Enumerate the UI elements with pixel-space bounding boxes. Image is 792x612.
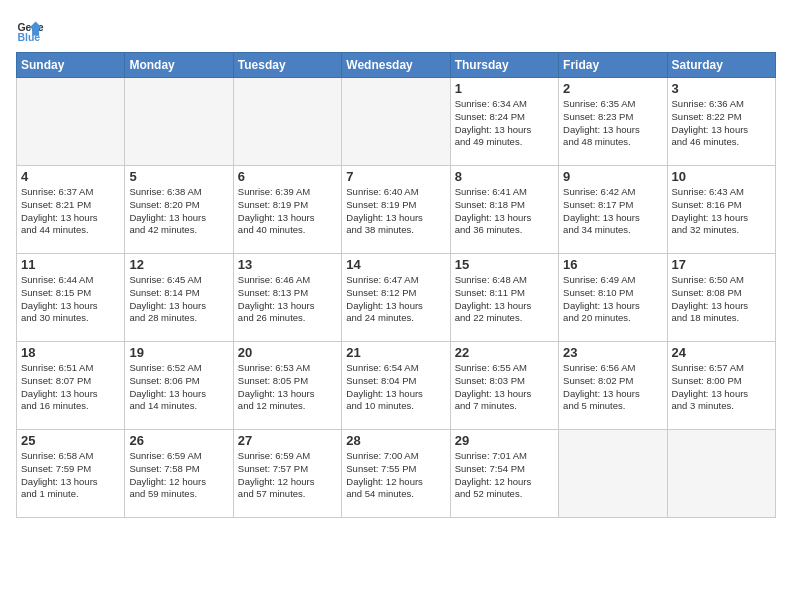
day-info: Sunrise: 6:54 AMSunset: 8:04 PMDaylight:… (346, 362, 445, 413)
day-info: Sunrise: 7:00 AMSunset: 7:55 PMDaylight:… (346, 450, 445, 501)
calendar-cell: 17Sunrise: 6:50 AMSunset: 8:08 PMDayligh… (667, 254, 775, 342)
calendar-cell: 11Sunrise: 6:44 AMSunset: 8:15 PMDayligh… (17, 254, 125, 342)
week-row-1: 1Sunrise: 6:34 AMSunset: 8:24 PMDaylight… (17, 78, 776, 166)
page-header: General Blue (16, 16, 776, 44)
calendar-cell: 28Sunrise: 7:00 AMSunset: 7:55 PMDayligh… (342, 430, 450, 518)
day-info: Sunrise: 6:51 AMSunset: 8:07 PMDaylight:… (21, 362, 120, 413)
day-info: Sunrise: 6:37 AMSunset: 8:21 PMDaylight:… (21, 186, 120, 237)
calendar-cell: 29Sunrise: 7:01 AMSunset: 7:54 PMDayligh… (450, 430, 558, 518)
calendar-cell: 14Sunrise: 6:47 AMSunset: 8:12 PMDayligh… (342, 254, 450, 342)
day-info: Sunrise: 6:55 AMSunset: 8:03 PMDaylight:… (455, 362, 554, 413)
calendar-cell: 23Sunrise: 6:56 AMSunset: 8:02 PMDayligh… (559, 342, 667, 430)
day-number: 3 (672, 81, 771, 96)
day-info: Sunrise: 6:47 AMSunset: 8:12 PMDaylight:… (346, 274, 445, 325)
day-header-sunday: Sunday (17, 53, 125, 78)
day-info: Sunrise: 6:42 AMSunset: 8:17 PMDaylight:… (563, 186, 662, 237)
calendar-cell: 20Sunrise: 6:53 AMSunset: 8:05 PMDayligh… (233, 342, 341, 430)
day-info: Sunrise: 6:48 AMSunset: 8:11 PMDaylight:… (455, 274, 554, 325)
calendar-cell: 10Sunrise: 6:43 AMSunset: 8:16 PMDayligh… (667, 166, 775, 254)
day-info: Sunrise: 6:58 AMSunset: 7:59 PMDaylight:… (21, 450, 120, 501)
day-number: 6 (238, 169, 337, 184)
calendar-cell: 9Sunrise: 6:42 AMSunset: 8:17 PMDaylight… (559, 166, 667, 254)
day-header-monday: Monday (125, 53, 233, 78)
calendar-cell: 7Sunrise: 6:40 AMSunset: 8:19 PMDaylight… (342, 166, 450, 254)
calendar-cell: 19Sunrise: 6:52 AMSunset: 8:06 PMDayligh… (125, 342, 233, 430)
day-info: Sunrise: 6:59 AMSunset: 7:57 PMDaylight:… (238, 450, 337, 501)
day-number: 19 (129, 345, 228, 360)
day-number: 18 (21, 345, 120, 360)
calendar-cell: 26Sunrise: 6:59 AMSunset: 7:58 PMDayligh… (125, 430, 233, 518)
day-number: 10 (672, 169, 771, 184)
calendar-cell: 2Sunrise: 6:35 AMSunset: 8:23 PMDaylight… (559, 78, 667, 166)
day-info: Sunrise: 6:45 AMSunset: 8:14 PMDaylight:… (129, 274, 228, 325)
day-info: Sunrise: 6:50 AMSunset: 8:08 PMDaylight:… (672, 274, 771, 325)
day-number: 28 (346, 433, 445, 448)
calendar-cell: 16Sunrise: 6:49 AMSunset: 8:10 PMDayligh… (559, 254, 667, 342)
day-header-tuesday: Tuesday (233, 53, 341, 78)
logo: General Blue (16, 16, 48, 44)
day-info: Sunrise: 6:53 AMSunset: 8:05 PMDaylight:… (238, 362, 337, 413)
day-header-wednesday: Wednesday (342, 53, 450, 78)
calendar-cell (233, 78, 341, 166)
day-number: 25 (21, 433, 120, 448)
calendar-cell (125, 78, 233, 166)
calendar-cell: 21Sunrise: 6:54 AMSunset: 8:04 PMDayligh… (342, 342, 450, 430)
day-number: 14 (346, 257, 445, 272)
day-header-friday: Friday (559, 53, 667, 78)
day-info: Sunrise: 6:40 AMSunset: 8:19 PMDaylight:… (346, 186, 445, 237)
day-number: 9 (563, 169, 662, 184)
day-header-thursday: Thursday (450, 53, 558, 78)
calendar-cell: 18Sunrise: 6:51 AMSunset: 8:07 PMDayligh… (17, 342, 125, 430)
day-number: 11 (21, 257, 120, 272)
day-number: 8 (455, 169, 554, 184)
day-info: Sunrise: 6:56 AMSunset: 8:02 PMDaylight:… (563, 362, 662, 413)
calendar-cell: 8Sunrise: 6:41 AMSunset: 8:18 PMDaylight… (450, 166, 558, 254)
calendar-cell: 13Sunrise: 6:46 AMSunset: 8:13 PMDayligh… (233, 254, 341, 342)
day-info: Sunrise: 6:49 AMSunset: 8:10 PMDaylight:… (563, 274, 662, 325)
day-info: Sunrise: 6:36 AMSunset: 8:22 PMDaylight:… (672, 98, 771, 149)
calendar-cell: 3Sunrise: 6:36 AMSunset: 8:22 PMDaylight… (667, 78, 775, 166)
day-number: 29 (455, 433, 554, 448)
day-info: Sunrise: 6:39 AMSunset: 8:19 PMDaylight:… (238, 186, 337, 237)
day-number: 1 (455, 81, 554, 96)
day-number: 17 (672, 257, 771, 272)
week-row-4: 18Sunrise: 6:51 AMSunset: 8:07 PMDayligh… (17, 342, 776, 430)
day-number: 23 (563, 345, 662, 360)
calendar-table: SundayMondayTuesdayWednesdayThursdayFrid… (16, 52, 776, 518)
day-info: Sunrise: 6:59 AMSunset: 7:58 PMDaylight:… (129, 450, 228, 501)
day-info: Sunrise: 6:35 AMSunset: 8:23 PMDaylight:… (563, 98, 662, 149)
week-row-2: 4Sunrise: 6:37 AMSunset: 8:21 PMDaylight… (17, 166, 776, 254)
day-info: Sunrise: 6:52 AMSunset: 8:06 PMDaylight:… (129, 362, 228, 413)
day-number: 4 (21, 169, 120, 184)
calendar-cell (559, 430, 667, 518)
day-number: 21 (346, 345, 445, 360)
day-number: 27 (238, 433, 337, 448)
day-info: Sunrise: 6:34 AMSunset: 8:24 PMDaylight:… (455, 98, 554, 149)
calendar-cell (17, 78, 125, 166)
day-info: Sunrise: 6:41 AMSunset: 8:18 PMDaylight:… (455, 186, 554, 237)
day-info: Sunrise: 6:44 AMSunset: 8:15 PMDaylight:… (21, 274, 120, 325)
day-number: 13 (238, 257, 337, 272)
calendar-cell: 27Sunrise: 6:59 AMSunset: 7:57 PMDayligh… (233, 430, 341, 518)
calendar-cell: 5Sunrise: 6:38 AMSunset: 8:20 PMDaylight… (125, 166, 233, 254)
day-number: 24 (672, 345, 771, 360)
calendar-cell: 6Sunrise: 6:39 AMSunset: 8:19 PMDaylight… (233, 166, 341, 254)
calendar-cell: 25Sunrise: 6:58 AMSunset: 7:59 PMDayligh… (17, 430, 125, 518)
day-number: 26 (129, 433, 228, 448)
day-number: 7 (346, 169, 445, 184)
day-info: Sunrise: 6:38 AMSunset: 8:20 PMDaylight:… (129, 186, 228, 237)
calendar-cell: 22Sunrise: 6:55 AMSunset: 8:03 PMDayligh… (450, 342, 558, 430)
calendar-cell: 24Sunrise: 6:57 AMSunset: 8:00 PMDayligh… (667, 342, 775, 430)
calendar-cell: 4Sunrise: 6:37 AMSunset: 8:21 PMDaylight… (17, 166, 125, 254)
day-number: 2 (563, 81, 662, 96)
day-number: 16 (563, 257, 662, 272)
day-number: 12 (129, 257, 228, 272)
day-info: Sunrise: 6:57 AMSunset: 8:00 PMDaylight:… (672, 362, 771, 413)
week-row-5: 25Sunrise: 6:58 AMSunset: 7:59 PMDayligh… (17, 430, 776, 518)
calendar-cell: 12Sunrise: 6:45 AMSunset: 8:14 PMDayligh… (125, 254, 233, 342)
day-info: Sunrise: 6:46 AMSunset: 8:13 PMDaylight:… (238, 274, 337, 325)
calendar-header-row: SundayMondayTuesdayWednesdayThursdayFrid… (17, 53, 776, 78)
calendar-cell (667, 430, 775, 518)
calendar-cell: 15Sunrise: 6:48 AMSunset: 8:11 PMDayligh… (450, 254, 558, 342)
day-info: Sunrise: 7:01 AMSunset: 7:54 PMDaylight:… (455, 450, 554, 501)
